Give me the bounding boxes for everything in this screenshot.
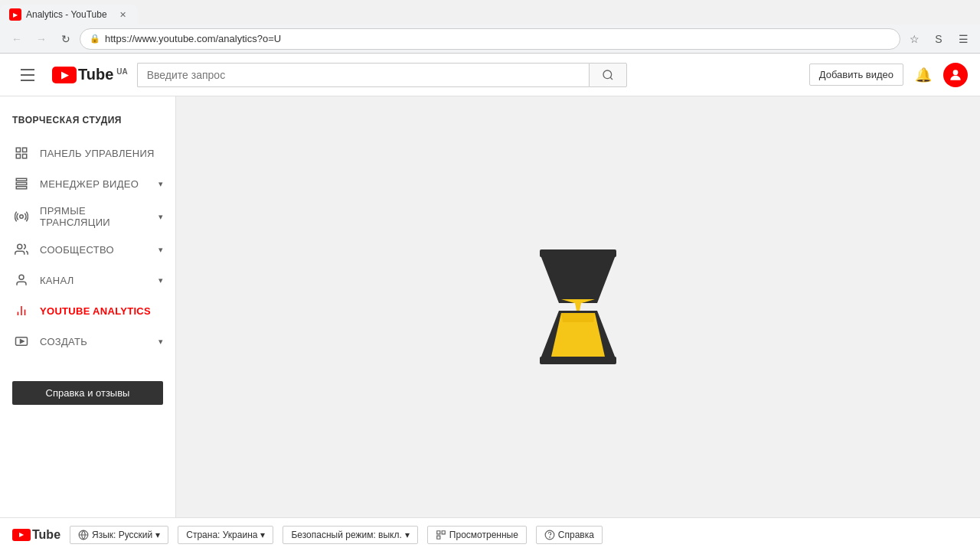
live-icon	[12, 207, 31, 226]
country-label: Страна: Украина	[186, 530, 257, 540]
safemode-chevron: ▾	[405, 530, 410, 540]
sidebar-item-dashboard[interactable]: ПАНЕЛЬ УПРАВЛЕНИЯ	[0, 138, 175, 168]
dashboard-icon	[12, 144, 31, 162]
language-chevron: ▾	[155, 530, 160, 540]
ssl-icon: 🔒	[90, 34, 100, 44]
community-icon	[12, 240, 31, 259]
svg-marker-23	[575, 303, 581, 311]
channel-icon	[12, 271, 31, 289]
svg-point-12	[19, 275, 24, 279]
svg-point-2	[953, 70, 959, 75]
sidebar-item-video-manager[interactable]: МЕНЕДЖЕР ВИДЕО ▾	[0, 168, 175, 199]
extension-btn[interactable]: S	[928, 28, 949, 50]
community-label: СООБЩЕСТВО	[40, 244, 114, 256]
sidebar: ТВОРЧЕСКАЯ СТУДИЯ ПАНЕЛЬ УПРАВЛЕНИЯ	[0, 96, 176, 517]
language-btn[interactable]: Язык: Русский ▾	[70, 526, 168, 544]
svg-rect-5	[23, 155, 27, 158]
svg-rect-4	[23, 148, 27, 152]
safemode-label: Безопасный режим: выкл.	[291, 530, 401, 540]
sidebar-item-create[interactable]: СОЗДАТЬ ▾	[0, 326, 175, 357]
header-actions: Добавить видео 🔔	[809, 61, 968, 89]
community-chevron: ▾	[158, 245, 163, 255]
footer-logo: Tube	[12, 528, 60, 542]
create-icon	[12, 332, 31, 350]
footer-help-label: Справка	[558, 530, 594, 540]
language-label: Язык: Русский	[92, 530, 152, 540]
browser-chrome: Analytics - YouTube ✕ ← → ↻ 🔒 https://ww…	[0, 0, 980, 54]
svg-rect-3	[16, 148, 20, 152]
footer-yt-text: Tube	[32, 528, 60, 542]
footer-help-btn[interactable]: Справка	[536, 526, 603, 544]
tab-bar: Analytics - YouTube ✕	[0, 0, 980, 24]
hamburger-menu-btn[interactable]	[12, 60, 43, 90]
live-label: ПРЯМЫЕ ТРАНСЛЯЦИИ	[40, 205, 149, 228]
sidebar-title: ТВОРЧЕСКАЯ СТУДИЯ	[0, 109, 175, 132]
tab-favicon	[9, 8, 21, 21]
svg-point-28	[550, 536, 550, 537]
svg-rect-20	[540, 249, 616, 257]
footer-yt-icon	[12, 529, 31, 541]
bookmark-btn[interactable]: ☆	[903, 28, 925, 50]
svg-point-10	[20, 215, 24, 219]
back-btn[interactable]: ←	[6, 28, 28, 50]
svg-point-11	[18, 244, 22, 249]
hourglass-svg	[532, 246, 624, 368]
yt-logo-country: UA	[116, 67, 127, 76]
footer: Tube Язык: Русский ▾ Страна: Украина ▾ Б…	[0, 517, 980, 551]
main-content: ТВОРЧЕСКАЯ СТУДИЯ ПАНЕЛЬ УПРАВЛЕНИЯ	[0, 96, 980, 517]
yt-header: Tube UA Добавить видео 🔔	[0, 54, 980, 96]
address-text: https://www.youtube.com/analytics?o=U	[105, 33, 281, 44]
country-chevron: ▾	[260, 530, 265, 540]
tab-close-btn[interactable]: ✕	[116, 8, 129, 21]
channel-label: КАНАЛ	[40, 275, 74, 286]
refresh-btn[interactable]: ↻	[55, 28, 77, 50]
video-manager-icon	[12, 174, 31, 193]
youtube-logo[interactable]: Tube UA	[52, 66, 128, 83]
dashboard-label: ПАНЕЛЬ УПРАВЛЕНИЯ	[40, 148, 155, 159]
search-button[interactable]	[589, 63, 627, 87]
forward-btn[interactable]: →	[31, 28, 52, 50]
notifications-btn[interactable]: 🔔	[910, 61, 937, 89]
upload-btn[interactable]: Добавить видео	[809, 64, 903, 86]
address-bar[interactable]: 🔒 https://www.youtube.com/analytics?o=U	[80, 28, 900, 50]
history-label: Просмотренные	[449, 530, 518, 540]
yt-logo-icon	[52, 67, 77, 83]
svg-marker-18	[540, 253, 616, 303]
search-input[interactable]	[137, 63, 589, 87]
content-area	[176, 96, 980, 517]
nav-actions: ☆ S ☰	[903, 28, 974, 50]
help-feedback-btn[interactable]: Справка и отзывы	[12, 381, 163, 405]
svg-rect-6	[16, 155, 20, 158]
yt-logo-text: Tube	[78, 66, 113, 83]
svg-rect-7	[16, 178, 27, 181]
user-avatar[interactable]	[943, 63, 968, 87]
history-btn[interactable]: Просмотренные	[427, 526, 527, 544]
sidebar-item-channel[interactable]: КАНАЛ ▾	[0, 265, 175, 295]
video-manager-label: МЕНЕДЖЕР ВИДЕО	[40, 178, 139, 190]
svg-line-1	[610, 77, 612, 80]
svg-rect-8	[16, 183, 27, 185]
analytics-label: YOUTUBE ANALYTICS	[40, 305, 151, 317]
sidebar-item-analytics[interactable]: YOUTUBE ANALYTICS	[0, 295, 175, 326]
live-chevron: ▾	[158, 212, 163, 222]
safemode-btn[interactable]: Безопасный режим: выкл. ▾	[283, 526, 417, 544]
create-label: СОЗДАТЬ	[40, 336, 87, 347]
youtube-app: Tube UA Добавить видео 🔔 ТВОРЧЕСКАЯ	[0, 54, 980, 551]
country-btn[interactable]: Страна: Украина ▾	[178, 526, 273, 544]
menu-btn[interactable]: ☰	[952, 28, 974, 50]
svg-rect-9	[16, 187, 27, 189]
channel-chevron: ▾	[158, 276, 163, 285]
video-manager-chevron: ▾	[158, 179, 163, 189]
analytics-icon	[12, 302, 31, 320]
search-bar	[137, 63, 627, 87]
svg-marker-25	[561, 313, 595, 322]
loading-hourglass	[532, 246, 624, 368]
sidebar-item-live[interactable]: ПРЯМЫЕ ТРАНСЛЯЦИИ ▾	[0, 199, 175, 234]
create-chevron: ▾	[158, 337, 163, 347]
svg-rect-21	[540, 357, 616, 364]
svg-marker-17	[21, 340, 24, 344]
sidebar-item-community[interactable]: СООБЩЕСТВО ▾	[0, 234, 175, 265]
nav-bar: ← → ↻ 🔒 https://www.youtube.com/analytic…	[0, 24, 980, 54]
tab-title: Analytics - YouTube	[26, 9, 107, 20]
active-tab[interactable]: Analytics - YouTube ✕	[0, 5, 138, 24]
